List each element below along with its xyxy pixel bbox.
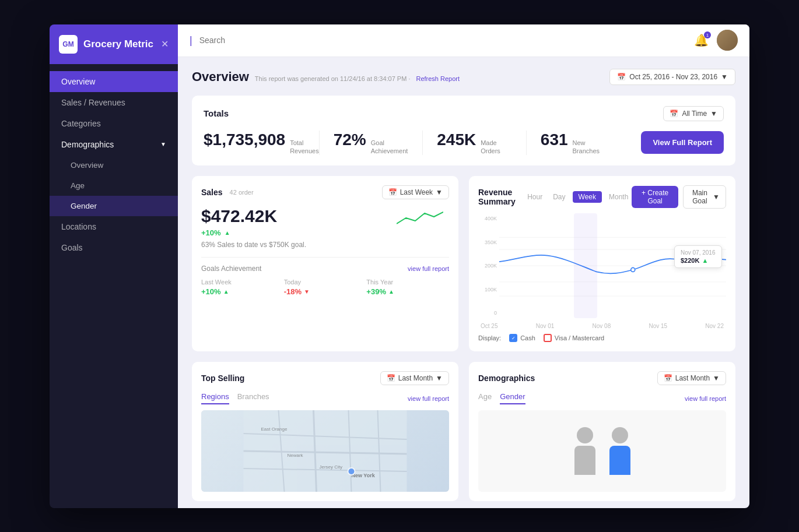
sidebar-item-demographics-gender[interactable]: Gender (50, 196, 178, 216)
y-label-200k: 200K (478, 263, 497, 269)
goal-achievement-value: 72% (334, 131, 366, 149)
goals-view-full-link[interactable]: view full report (408, 265, 449, 272)
made-orders-label1: Made (481, 139, 500, 147)
sales-order-count: 42 order (230, 189, 254, 196)
x-label-nov15: Nov 15 (649, 323, 667, 329)
top-selling-title: Top Selling (201, 374, 244, 383)
calendar-icon: 📅 (388, 188, 397, 196)
new-branches-label2: Branches (573, 147, 600, 155)
sales-filter-button[interactable]: 📅 Last Week ▼ (382, 185, 449, 199)
sidebar-item-sales[interactable]: Sales / Revenues (50, 92, 178, 113)
demographics-card: Demographics 📅 Last Month ▼ Age Gender v… (469, 362, 735, 501)
goal-value-this-year: +39% (366, 287, 386, 296)
sidebar-item-demographics-overview[interactable]: Overview (50, 155, 178, 175)
tab-month[interactable]: Month (605, 191, 632, 203)
svg-text:New York: New York (352, 473, 376, 478)
sidebar-item-demographics[interactable]: Demographics ▼ (50, 134, 178, 155)
chart-y-labels: 400K 350K 200K 100K 0 (478, 213, 497, 318)
tab-day[interactable]: Day (549, 191, 569, 203)
female-figure (574, 427, 595, 475)
goal-achievement-label2: Achievement (371, 147, 408, 155)
metric-new-branches: 631 New Branches (526, 131, 630, 156)
chevron-down-icon: ▼ (713, 374, 720, 382)
trend-down-icon: ▼ (304, 288, 310, 295)
legend-cash[interactable]: ✓ Cash (509, 334, 535, 342)
top-selling-tabs: Regions Branches (201, 392, 269, 404)
close-icon[interactable]: ✕ (161, 38, 169, 50)
revenue-chart-area: 400K 350K 200K 100K 0 (478, 213, 726, 318)
made-orders-value: 245K (437, 131, 476, 149)
made-orders-label2: Orders (481, 147, 500, 155)
chevron-down-icon: ▼ (710, 110, 717, 118)
date-range-label: Oct 25, 2016 - Nov 23, 2016 (629, 73, 717, 81)
sidebar-item-demographics-age[interactable]: Age (50, 175, 178, 196)
search-input[interactable] (199, 36, 689, 45)
all-time-filter-button[interactable]: 📅 All Time ▼ (663, 106, 724, 121)
goals-achievement-title: Goals Achievement (201, 265, 261, 273)
top-selling-card: Top Selling 📅 Last Month ▼ Regions Branc… (192, 362, 458, 501)
create-goal-button[interactable]: + Create Goal (632, 186, 678, 208)
user-avatar[interactable] (717, 30, 738, 51)
page-title: Overview (192, 69, 249, 84)
total-revenues-label2: Revenues (290, 147, 319, 155)
sidebar-logo: GM Grocery Metric (59, 35, 153, 54)
goals-achievement-header: Goals Achievement view full report (201, 265, 449, 273)
sidebar-item-categories[interactable]: Categories (50, 113, 178, 134)
sales-card-title: Sales (201, 188, 223, 197)
sidebar-item-locations[interactable]: Locations (50, 216, 178, 237)
tab-regions[interactable]: Regions (201, 392, 229, 404)
tab-hour[interactable]: Hour (524, 191, 546, 203)
y-label-350k: 350K (478, 239, 497, 245)
revenue-chart-svg (499, 213, 726, 318)
logo-badge: GM (59, 35, 78, 54)
topbar-right: 🔔 1 (694, 30, 738, 51)
totals-header: Totals 📅 All Time ▼ (204, 106, 724, 121)
demographics-header: Demographics 📅 Last Month ▼ (478, 371, 726, 385)
main-goal-button[interactable]: Main Goal ▼ (683, 185, 726, 209)
report-meta: This report was generated on 11/24/16 at… (255, 75, 411, 82)
tab-age[interactable]: Age (478, 392, 492, 404)
refresh-report-link[interactable]: Refresh Report (416, 75, 460, 82)
revenue-summary-card: Revenue Summary Hour Day Week Month + Cr… (469, 176, 735, 351)
demographics-filter-button[interactable]: 📅 Last Month ▼ (657, 371, 726, 385)
male-figure (609, 427, 630, 475)
revenue-time-tabs: Hour Day Week Month (524, 191, 632, 203)
chevron-down-icon: ▼ (436, 374, 443, 382)
content-area: Overview This report was generated on 11… (178, 57, 749, 508)
legend-visa-label: Visa / Mastercard (555, 334, 604, 341)
sidebar-item-goals[interactable]: Goals (50, 237, 178, 258)
trend-up-icon-year: ▲ (388, 288, 394, 295)
calendar-icon: 📅 (664, 374, 672, 382)
cash-checkbox[interactable]: ✓ (509, 334, 517, 342)
chart-inner: Nov 07, 2016 $220K ▲ (499, 213, 726, 318)
female-head (577, 427, 593, 443)
sales-sparkline (397, 206, 443, 230)
trend-up-icon: ▲ (225, 230, 230, 236)
tab-gender[interactable]: Gender (500, 392, 525, 404)
notification-bell-icon[interactable]: 🔔 1 (694, 33, 709, 47)
visa-checkbox[interactable] (544, 334, 552, 342)
female-body (574, 446, 595, 475)
legend-cash-label: Cash (520, 334, 535, 341)
tab-branches[interactable]: Branches (237, 392, 269, 404)
goal-this-year: This Year +39% ▲ (366, 279, 449, 296)
demographics-view-link[interactable]: view full report (685, 395, 726, 402)
view-full-report-button[interactable]: View Full Report (641, 131, 724, 154)
x-label-nov01: Nov 01 (536, 323, 555, 329)
topbar: | 🔔 1 (178, 24, 749, 57)
sales-trend-percent: +10% (201, 228, 221, 237)
legend-visa[interactable]: Visa / Mastercard (544, 334, 604, 342)
x-label-nov08: Nov 08 (593, 323, 611, 329)
top-selling-view-link[interactable]: view full report (408, 395, 449, 402)
male-head (612, 427, 628, 443)
top-selling-filter-button[interactable]: 📅 Last Month ▼ (380, 371, 449, 385)
svg-point-5 (631, 268, 635, 272)
notification-badge: 1 (704, 31, 711, 38)
tab-week[interactable]: Week (573, 191, 602, 203)
date-range-picker[interactable]: 📅 Oct 25, 2016 - Nov 23, 2016 ▼ (609, 69, 735, 85)
goal-period-last-week: Last Week (201, 279, 284, 286)
sales-main: $472.42K +10% ▲ 63% Sales to date vs $75… (201, 206, 449, 249)
calendar-icon: 📅 (617, 73, 626, 81)
totals-card: Totals 📅 All Time ▼ $1,735,908 Total Rev… (192, 96, 735, 166)
sidebar-item-overview[interactable]: Overview (50, 71, 178, 92)
